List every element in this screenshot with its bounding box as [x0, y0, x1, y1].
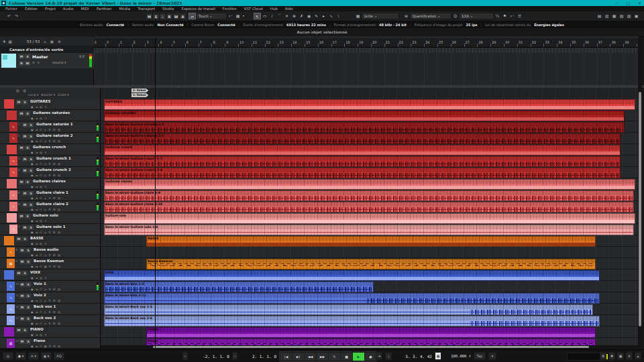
transport-mode-icon-1[interactable]: ● ▾ [15, 352, 26, 360]
status-value[interactable]: Non Connecté [157, 23, 183, 27]
edit-channel-icon[interactable]: ℮ [227, 13, 234, 19]
track-control-icons[interactable]: ● ◄ ∅ ◎ R W ▤ [31, 196, 61, 200]
goto-next-marker-button[interactable]: ▶| [292, 353, 304, 361]
event-dans-le-miroir-back-vox-2-6[interactable]: Dans le miroir-Back vox 2-6 [104, 316, 600, 326]
zone-toggle-icon-3[interactable]: ▧ [618, 13, 625, 19]
quantize-icon[interactable]: ⊞ [402, 13, 410, 19]
status-value[interactable]: 6913 heures 22 mins [286, 23, 326, 27]
track-name[interactable]: Guitare crunch 2 [36, 168, 71, 172]
menu-audio[interactable]: Audio [63, 7, 74, 11]
menu-studio[interactable]: Studio [162, 7, 174, 11]
track-solo-button[interactable]: S [25, 111, 30, 116]
track-row-voix[interactable]: MSVOIX● ◄ ▤ ↯ [0, 269, 101, 281]
track-name[interactable]: BASSE [30, 236, 44, 240]
track-mute-button[interactable]: M [19, 305, 25, 310]
track-row-guitare-crunch-2[interactable]: ∿4MSGuitare crunch 2● ◄ ∅ ◎ R W ▤ [0, 167, 101, 178]
track-mute-button[interactable]: M [19, 282, 25, 287]
cycle-button[interactable]: ↻ [329, 353, 340, 361]
time-ruler[interactable]: -101234567891011121314151617181920212223… [94, 38, 639, 48]
track-mute-button[interactable]: M [22, 202, 28, 207]
track-solo-button[interactable]: S [25, 294, 31, 298]
track-row-guitare-satur-e-1[interactable]: ∿1MSGuitare saturée 1● ◄ ∅ ◎ R W ▤ [0, 121, 101, 133]
primary-time-format-icon[interactable]: ▦ [435, 352, 441, 360]
zone-toggle-icon-5[interactable]: ▣ [633, 13, 640, 19]
line-tool[interactable]: \ [335, 13, 342, 19]
event-dans-le-miroir-guitare-crunch-2-8[interactable]: Dans le miroir-Guitare crunch 2-8 [104, 168, 621, 178]
track-control-icons[interactable]: ● ◄ ▤ ↯ [31, 219, 48, 223]
event-dans-le-miroir-back-vox-1-5[interactable]: Dans le miroir-Back vox 1-5 [104, 304, 593, 315]
track-control-icons[interactable]: ● ◄ ∅ ◎ R W ▤ [31, 253, 61, 257]
track-name[interactable]: Guitare solo 1 [36, 225, 65, 229]
track-control-icons[interactable]: ● ◄ ▤ ↯ [31, 333, 48, 337]
list-header-menu[interactable]: Boucler ▾ [41, 93, 55, 97]
track-control-icons[interactable]: ● ◄ ∅ ◎ R W ▤ [31, 162, 61, 166]
status-value[interactable]: 25 ips [466, 23, 477, 27]
transport-mode-icon-3[interactable]: ◉ ▾ [41, 352, 52, 360]
menu-hub[interactable]: Hub [270, 7, 278, 11]
menu-vst-cloud[interactable]: VST Cloud [244, 7, 263, 11]
track-row-basse-keemun[interactable]: ▦9MSBasse Keemun● ◄ ∅ ▦ R W ▤ [0, 258, 101, 269]
track-name[interactable]: Basse Keemun [34, 259, 64, 263]
object-selection-tool[interactable]: ↖ [254, 13, 261, 19]
global-w-button[interactable]: W [173, 13, 179, 19]
track-mute-button[interactable]: M [22, 134, 28, 139]
metronome-icon[interactable]: ♩ [385, 352, 392, 360]
triplet-icon[interactable]: ⅓ [494, 13, 501, 19]
transport-right-icon-3[interactable]: ▾ [626, 352, 633, 360]
track-row-guitare-claire-2[interactable]: ∿6MSGuitare claire 2● ◄ ∅ ◎ R W ▤ [0, 201, 101, 213]
track-solo-button[interactable]: S [28, 123, 34, 127]
quantize-value-select[interactable]: 1/16▾ [459, 13, 494, 19]
master-write-button[interactable]: W [25, 61, 30, 66]
track-name[interactable]: Guitares saturées [33, 111, 70, 115]
track-solo-button[interactable]: S [25, 339, 31, 344]
track-row-guitare-solo[interactable]: MSGuitare solo● ◄ ▤ ↯ [0, 213, 101, 224]
event-basse-keemun[interactable]: Basse Keemun [146, 259, 595, 269]
track-control-icons[interactable]: ● ◄ ∅ ◎ R W ▤ [31, 128, 61, 131]
track-row-basse[interactable]: MSBASSE● ◄ ▤ ↯ [0, 235, 101, 247]
track-name[interactable]: Back vox 2 [34, 316, 56, 320]
folder-event-voix[interactable]: VOIX [104, 270, 600, 281]
grid-options-caret-icon[interactable]: ▾ [241, 13, 246, 19]
track-control-icons[interactable]: ● ◄ ∅ ◎ R W ▤ [31, 288, 61, 291]
left-locator-value[interactable]: -2. 1. 1. 0 [191, 352, 229, 360]
track-control-icons[interactable]: ● ◄ ∅ ▦ R W ▤ [31, 265, 61, 268]
track-mute-button[interactable]: M [16, 271, 21, 276]
undo-icon[interactable]: ↶ [5, 13, 13, 19]
grid-options-icon[interactable]: ▦ [234, 13, 241, 19]
track-mute-button[interactable]: M [19, 339, 25, 344]
track-solo-button[interactable]: S [28, 191, 34, 196]
split-tool[interactable]: / [268, 13, 276, 19]
track-solo-button[interactable]: S [22, 328, 28, 333]
tap-tempo-button[interactable]: Tap [474, 352, 486, 360]
track-row-guitares[interactable]: MSGUITARES● ◄ ▤ ↯ [0, 99, 101, 110]
master-volume-select[interactable]: Volume ▾ [52, 61, 66, 64]
track-solo-button[interactable]: S [25, 145, 30, 150]
time-signature-select[interactable]: ▾ [488, 352, 496, 360]
lanes-icon[interactable]: ☰ [516, 13, 523, 19]
track-name[interactable]: Basse audio [34, 247, 58, 251]
rewind-button[interactable]: ◀◀ [305, 353, 316, 361]
automation-icon[interactable]: ▱ [189, 13, 196, 19]
transport-right-icon-2[interactable]: ▣ [617, 352, 624, 360]
forward-button[interactable]: ▶▶ [317, 353, 328, 361]
play-tool[interactable]: ▸ [320, 13, 327, 19]
global-l-button[interactable]: L [160, 13, 166, 19]
track-solo-button[interactable]: S [25, 248, 31, 253]
track-mute-button[interactable]: M [22, 191, 28, 196]
redo-icon[interactable]: ↷ [13, 13, 20, 19]
maximize-button[interactable]: ▢ [626, 0, 630, 6]
erase-tool[interactable]: ✕ [283, 13, 290, 19]
transport-right-icon-4[interactable]: ▴ [635, 352, 641, 360]
record-button[interactable]: ● [365, 353, 376, 361]
track-control-icons[interactable]: ● ◄ ▤ ↯ [31, 276, 48, 280]
close-button[interactable]: ✕ [638, 0, 641, 6]
cycle-marker[interactable]: 1: Début [131, 93, 148, 97]
track-name[interactable]: Guitare saturée 2 [36, 133, 72, 137]
track-mute-button[interactable]: M [19, 214, 24, 219]
track-row-piano[interactable]: ▦14MSPiano● ◄ ∅ ▦ R W ▤ [0, 338, 101, 348]
draw-tool[interactable]: ✎ [313, 13, 320, 19]
goto-prev-marker-button[interactable]: |◀ [280, 353, 292, 361]
track-mute-button[interactable]: M [19, 259, 25, 264]
transport-right-icon-1[interactable]: ✱ [608, 352, 615, 360]
track-solo-button[interactable]: S [28, 168, 34, 173]
